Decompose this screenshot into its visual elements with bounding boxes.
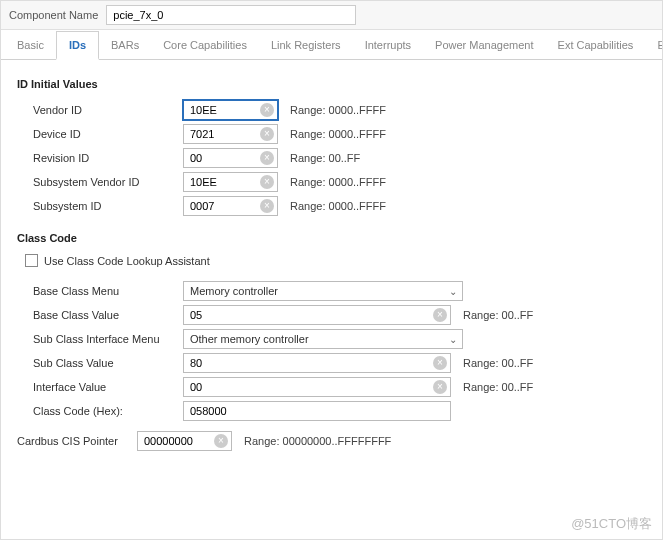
tab-bar: Basic IDs BARs Core Capabilities Link Re… [1,30,662,60]
base-class-value-range: Range: 00..FF [463,309,533,321]
subsystem-id-label: Subsystem ID [17,200,183,212]
class-code-hex-input[interactable] [183,401,451,421]
revision-id-label: Revision ID [17,152,183,164]
interface-value-range: Range: 00..FF [463,381,533,393]
component-name-input[interactable] [106,5,356,25]
base-class-value-label: Base Class Value [17,309,183,321]
tab-power-management[interactable]: Power Management [423,32,545,58]
clear-icon[interactable]: × [433,308,447,322]
device-id-range: Range: 0000..FFFF [290,128,386,140]
clear-icon[interactable]: × [260,175,274,189]
clear-icon[interactable]: × [260,199,274,213]
tab-link-registers[interactable]: Link Registers [259,32,353,58]
subsystem-vendor-id-range: Range: 0000..FFFF [290,176,386,188]
class-code-title: Class Code [17,232,646,244]
subsystem-vendor-id-label: Subsystem Vendor ID [17,176,183,188]
clear-icon[interactable]: × [260,127,274,141]
tab-ext-capabilities-2[interactable]: Ext Capabilities-2 [645,32,663,58]
base-class-menu-label: Base Class Menu [17,285,183,297]
sub-class-value-label: Sub Class Value [17,357,183,369]
tab-core-capabilities[interactable]: Core Capabilities [151,32,259,58]
base-class-menu-select[interactable]: Memory controller [183,281,463,301]
sub-class-value-range: Range: 00..FF [463,357,533,369]
cardbus-cis-range: Range: 00000000..FFFFFFFF [244,435,391,447]
sub-class-menu-label: Sub Class Interface Menu [17,333,183,345]
vendor-id-label: Vendor ID [17,104,183,116]
lookup-assistant-label: Use Class Code Lookup Assistant [44,255,210,267]
tab-basic[interactable]: Basic [5,32,56,58]
sub-class-menu-select[interactable]: Other memory controller [183,329,463,349]
revision-id-row: Revision ID × Range: 00..FF [17,148,646,168]
subsystem-vendor-id-row: Subsystem Vendor ID × Range: 0000..FFFF [17,172,646,192]
tab-interrupts[interactable]: Interrupts [353,32,423,58]
interface-value-label: Interface Value [17,381,183,393]
component-name-label: Component Name [9,9,98,21]
component-name-bar: Component Name [1,1,662,30]
tab-ids[interactable]: IDs [56,31,99,60]
id-initial-values-title: ID Initial Values [17,78,646,90]
clear-icon[interactable]: × [214,434,228,448]
class-code-hex-label: Class Code (Hex): [17,405,183,417]
cardbus-cis-label: Cardbus CIS Pointer [17,435,137,447]
interface-value-input[interactable] [183,377,451,397]
device-id-label: Device ID [17,128,183,140]
clear-icon[interactable]: × [260,151,274,165]
clear-icon[interactable]: × [433,356,447,370]
sub-class-value-input[interactable] [183,353,451,373]
tab-ext-capabilities[interactable]: Ext Capabilities [546,32,646,58]
lookup-assistant-checkbox[interactable] [25,254,38,267]
vendor-id-range: Range: 0000..FFFF [290,104,386,116]
clear-icon[interactable]: × [260,103,274,117]
base-class-value-input[interactable] [183,305,451,325]
tab-bars[interactable]: BARs [99,32,151,58]
lookup-assistant-row: Use Class Code Lookup Assistant [25,254,646,267]
vendor-id-row: Vendor ID × Range: 0000..FFFF [17,100,646,120]
watermark-text: @51CTO博客 [571,515,652,533]
revision-id-range: Range: 00..FF [290,152,360,164]
device-id-row: Device ID × Range: 0000..FFFF [17,124,646,144]
subsystem-id-row: Subsystem ID × Range: 0000..FFFF [17,196,646,216]
subsystem-id-range: Range: 0000..FFFF [290,200,386,212]
clear-icon[interactable]: × [433,380,447,394]
